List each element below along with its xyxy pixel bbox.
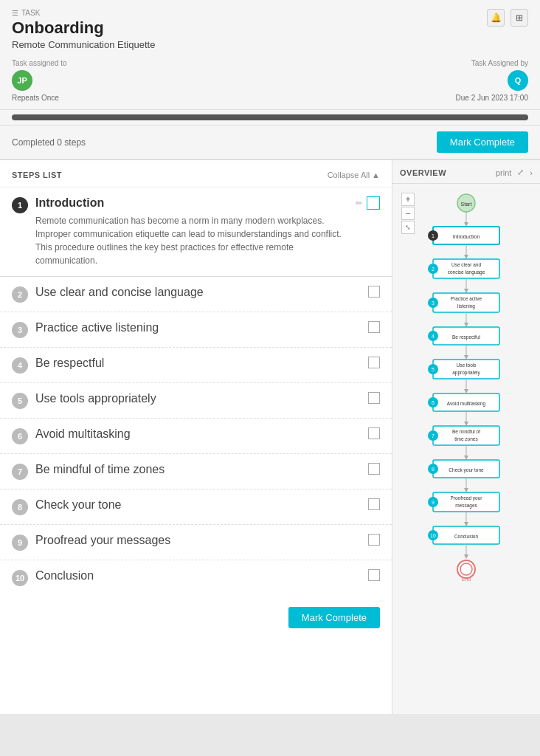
svg-text:3: 3 [432, 300, 435, 306]
grid-button[interactable]: ⊞ [510, 9, 528, 27]
step-title: Avoid multitasking [35, 427, 361, 441]
task-type-text: TASK [21, 9, 40, 17]
step-content: Check your tone [35, 498, 361, 512]
mark-complete-button[interactable]: Mark Complete [437, 131, 528, 153]
step-title: Be mindful of time zones [35, 463, 361, 476]
progress-bar-background [12, 114, 528, 120]
step-title: Be respectful [35, 357, 361, 370]
svg-marker-55 [464, 488, 468, 492]
assignee-avatar: JP [12, 70, 32, 91]
bell-button[interactable]: 🔔 [487, 9, 505, 27]
step-number: 5 [12, 393, 28, 409]
step-title: Practice active listening [35, 321, 361, 334]
svg-text:Use tools: Use tools [456, 362, 477, 368]
task-type-icon: ☰ [12, 9, 18, 17]
step-number: 9 [12, 535, 28, 551]
svg-text:messages: messages [455, 503, 477, 509]
step-checkbox[interactable] [368, 392, 380, 404]
next-arrow-button[interactable]: › [530, 168, 533, 177]
step-number: 7 [12, 464, 28, 480]
svg-marker-68 [464, 554, 468, 559]
svg-text:listening: listening [457, 303, 475, 309]
step-item[interactable]: 7 Be mindful of time zones [0, 454, 392, 489]
step-content: Conclusion [35, 569, 361, 583]
step-actions: ✏ [356, 196, 380, 210]
step-number: 8 [12, 499, 28, 515]
step-content: Practice active listening [35, 321, 361, 334]
step-checkbox[interactable] [368, 357, 380, 368]
zoom-in-button[interactable]: + [401, 193, 415, 206]
main-content: STEPS LIST Collapse All ▲ 1 Introduction… [0, 160, 540, 714]
svg-text:Be mindful of: Be mindful of [452, 429, 480, 434]
arrow-right-icon: › [530, 168, 533, 177]
step-number: 1 [12, 197, 28, 213]
step-checkbox[interactable] [368, 498, 380, 510]
step-title: Use tools appropriately [35, 392, 361, 405]
svg-text:6: 6 [432, 400, 435, 405]
collapse-all-button[interactable]: Collapse All ▲ [328, 171, 380, 179]
step-item[interactable]: 5 Use tools appropriately [0, 383, 392, 419]
step-title: Use clear and concise language [35, 286, 361, 299]
step-item[interactable]: 10 Conclusion [0, 560, 392, 595]
svg-text:Practice active: Practice active [451, 296, 482, 301]
steps-list-label: STEPS LIST [12, 171, 62, 179]
task-subtitle: Remote Communication Etiquette [12, 39, 528, 50]
step-number: 4 [12, 357, 28, 374]
step-checkbox[interactable] [368, 463, 380, 475]
svg-marker-9 [464, 255, 468, 259]
assigner-section: Task Assigned by Q Due 2 Jun 2023 17:00 [456, 59, 528, 102]
chevron-up-icon: ▲ [372, 171, 380, 179]
step-item[interactable]: 2 Use clear and concise language [0, 277, 392, 312]
overview-label: OVERVIEW [400, 168, 446, 177]
svg-marker-42 [464, 422, 468, 426]
edit-pencil-icon[interactable]: ✏ [356, 199, 362, 208]
svg-point-70 [460, 563, 472, 575]
svg-text:10: 10 [430, 533, 436, 538]
step-checkbox-expanded[interactable] [367, 196, 380, 210]
svg-text:5: 5 [432, 367, 435, 372]
bottom-mark-complete-button[interactable]: Mark Complete [288, 607, 380, 628]
print-button[interactable]: print [496, 168, 511, 177]
overview-header: OVERVIEW print ⤢ › [392, 168, 540, 184]
svg-text:time zones: time zones [454, 436, 478, 441]
svg-text:Introduction: Introduction [453, 234, 480, 239]
step-number: 6 [12, 428, 28, 444]
step-content: Proofread your messages [35, 534, 361, 547]
fit-button[interactable]: ⤡ [401, 221, 415, 234]
step-checkbox[interactable] [368, 321, 380, 333]
svg-marker-49 [464, 456, 468, 460]
step-number: 3 [12, 322, 28, 338]
due-date-label: Due 2 Jun 2023 17:00 [456, 94, 528, 102]
step-item[interactable]: 8 Check your tone [0, 489, 392, 525]
expand-icon-button[interactable]: ⤢ [517, 168, 524, 177]
overview-panel: OVERVIEW print ⤢ › + − ⤡ [392, 160, 540, 714]
task-header: ☰ TASK Onboarding Remote Communication E… [0, 0, 540, 110]
task-title: Onboarding [12, 18, 528, 38]
step-checkbox[interactable] [368, 569, 380, 581]
svg-marker-36 [464, 389, 468, 394]
zoom-out-button[interactable]: − [401, 207, 415, 220]
step-item[interactable]: 1 Introduction Remote communication has … [0, 188, 392, 277]
svg-text:Conclusion: Conclusion [454, 534, 479, 539]
svg-text:9: 9 [432, 500, 435, 505]
step-item[interactable]: 6 Avoid multitasking [0, 419, 392, 454]
step-checkbox[interactable] [368, 286, 380, 298]
zoom-controls: + − ⤡ [401, 193, 415, 234]
svg-text:2: 2 [432, 267, 435, 272]
step-item[interactable]: 4 Be respectful [0, 348, 392, 383]
svg-marker-62 [464, 522, 468, 526]
svg-text:End: End [462, 577, 471, 582]
step-item[interactable]: 3 Practice active listening [0, 312, 392, 348]
svg-text:Check your tone: Check your tone [449, 467, 484, 473]
svg-text:8: 8 [432, 467, 435, 472]
svg-text:4: 4 [432, 334, 435, 339]
bell-icon: 🔔 [491, 13, 502, 23]
step-title: Introduction [35, 196, 348, 210]
step-item[interactable]: 9 Proofread your messages [0, 525, 392, 560]
svg-marker-16 [464, 289, 468, 293]
step-checkbox[interactable] [368, 534, 380, 546]
steps-list-header: STEPS LIST Collapse All ▲ [0, 171, 392, 188]
step-content: Avoid multitasking [35, 427, 361, 441]
step-title: Proofread your messages [35, 534, 361, 547]
step-checkbox[interactable] [368, 427, 380, 439]
